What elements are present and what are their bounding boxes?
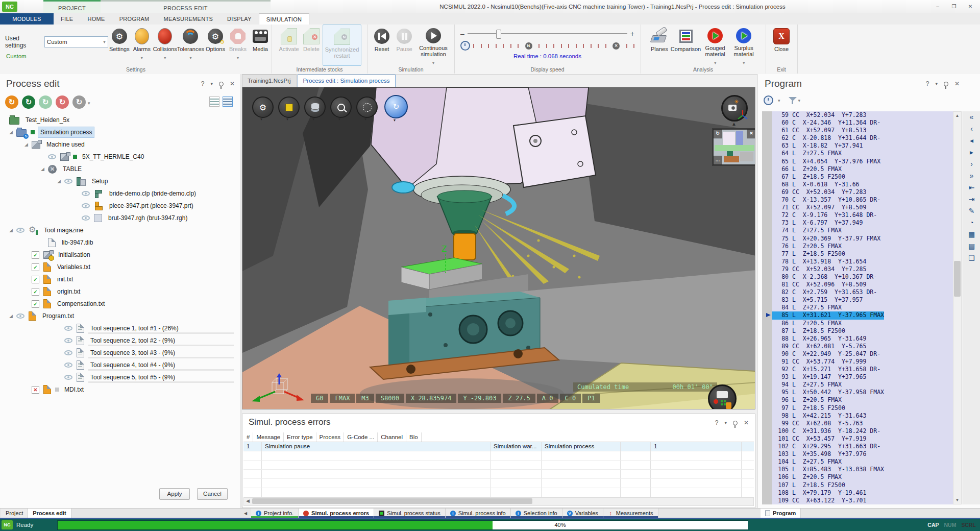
enable-checkbox[interactable] — [32, 263, 39, 271]
gcode-line[interactable]: 94 L Z+27.5 FMAX — [762, 381, 953, 389]
gcode-line[interactable]: 68 L X-0.618 Y-31.66 — [762, 181, 953, 188]
tree-item-label[interactable]: bride-demo.clp (bride-demo.clp) — [107, 187, 198, 200]
document-tab[interactable]: Training1.NcsPrj — [242, 75, 297, 87]
comparison-button[interactable]: Comparison — [671, 25, 701, 65]
tree-item-label[interactable]: 5X_TT_HERMLE_C40 — [80, 151, 146, 163]
gcode-line[interactable]: 70 C X-13.357 Y+10.865 DR- — [762, 196, 953, 204]
horizontal-scrollbar[interactable]: ◀ — [243, 497, 754, 506]
tree-item-label[interactable]: Compensation.txt — [55, 298, 107, 310]
expander-icon[interactable]: ◢ — [9, 130, 16, 135]
tree-item-label[interactable]: brut-3947.rgh (brut-3947.rgh) — [106, 212, 189, 224]
gcode-line[interactable]: 64 L Z+27.5 FMAX — [762, 150, 953, 157]
tree-item-label[interactable]: origin.txt — [55, 285, 82, 298]
rewind-gray-gear[interactable]: ↻ — [72, 95, 86, 109]
gcode-line[interactable]: 61 CC X+52.097 Y+8.513 — [762, 127, 953, 134]
side-tool-icon[interactable]: ‹ — [970, 125, 973, 132]
tree-item[interactable]: ◢ lib-3947.tlib — [0, 236, 239, 249]
gcode-line[interactable]: 73 L X-6.797 Y+37.949 — [762, 219, 953, 227]
continuous-simulation-button[interactable]: Continuous simulation — [415, 25, 451, 65]
time-filter-button[interactable]: ▾ — [764, 95, 780, 105]
gcode-line[interactable]: 84 L Z+27.5 FMAX — [762, 304, 953, 311]
rewind-green[interactable]: ↻ — [22, 95, 35, 109]
tree-item[interactable]: ◢ TABLE — [0, 163, 239, 175]
pin-icon[interactable] — [219, 82, 224, 86]
dropdown-arrow-icon[interactable]: ▾ — [364, 117, 366, 122]
tree-item[interactable]: ◢ Tool sequence 2, tool #2 - (9%) — [0, 334, 239, 347]
side-tool-icon[interactable]: ✎ — [969, 207, 975, 214]
filter-button[interactable]: ▾ — [789, 96, 801, 105]
expander-icon[interactable]: ◢ — [57, 179, 64, 184]
ribbon-tab[interactable]: DISPLAY — [220, 13, 259, 25]
gcode-line[interactable]: 95 L X+50.442 Y-37.958 FMAX — [762, 389, 953, 396]
program-scrollbar[interactable]: ▲ ▼ — [953, 111, 962, 504]
side-tool-icon[interactable]: ▤ — [968, 243, 975, 250]
gcode-line[interactable]: 72 C X-9.176 Y+31.648 DR- — [762, 211, 953, 219]
apply-button[interactable]: Apply — [159, 488, 190, 500]
gcode-line[interactable]: 109 CC X+63.122 Y-3.701 — [762, 497, 953, 504]
gcode-line[interactable]: 97 L Z+18.5 F2500 — [762, 404, 953, 412]
tree-item[interactable]: ◢ Tool sequence 3, tool #3 - (9%) — [0, 347, 239, 359]
speed-slider-thumb[interactable] — [496, 30, 501, 39]
gcode-line[interactable]: 77 L Z+18.5 F2500 — [762, 250, 953, 258]
tree-item[interactable]: ◢ bride-demo.clp (bride-demo.clp) — [0, 187, 239, 200]
zoom-button[interactable] — [330, 96, 352, 118]
expander-icon[interactable]: ◢ — [24, 142, 32, 147]
panel-tab[interactable]: Project info. — [251, 509, 299, 518]
tree-item-label[interactable]: Tool magazine — [42, 224, 85, 236]
scrollbar-thumb[interactable] — [252, 498, 532, 504]
tree-item[interactable]: ◢ brut-3947.rgh (brut-3947.rgh) — [0, 212, 239, 224]
display-mode-button[interactable]: ⚙ — [252, 96, 274, 118]
visibility-eye-icon[interactable] — [82, 191, 90, 196]
rewind-pale-green[interactable]: ↻ — [39, 95, 52, 109]
visibility-eye-icon[interactable] — [64, 179, 72, 184]
gcode-line[interactable]: 85 L X+31.621 Y-37.965 FMAX — [762, 311, 953, 319]
tree-item[interactable]: ◢ Tool sequence 5, tool #5 - (9%) — [0, 371, 239, 383]
maximize[interactable]: ❐ — [947, 2, 961, 11]
tree-item[interactable]: ◢ Test_Heiden_5x — [0, 114, 239, 126]
tree-item-label[interactable]: Initialisation — [56, 249, 92, 261]
planes-button[interactable]: Planes — [648, 25, 671, 65]
rewind-orange[interactable]: ↻ — [5, 95, 18, 109]
tree-item-label[interactable]: Simulation process — [38, 127, 94, 138]
tree-item[interactable]: ◢ MDI.txt — [0, 383, 239, 396]
side-tool-icon[interactable]: ⇤ — [969, 184, 975, 191]
close-icon[interactable]: ✕ — [230, 80, 235, 87]
column-header[interactable]: Channel — [378, 432, 406, 442]
panel-tab[interactable]: Simul. process info — [446, 509, 511, 518]
help-icon[interactable]: ? — [926, 80, 929, 87]
gcode-line[interactable]: 106 L Z+20.5 FMAX — [762, 473, 953, 481]
delete-stock-button[interactable]: ✕ Delete — [300, 25, 323, 65]
gcode-line[interactable]: 67 L Z+18.5 F2500 — [762, 173, 953, 181]
tolerances-button[interactable]: Tolerances — [177, 25, 204, 65]
scroll-up-icon[interactable]: ▲ — [953, 112, 961, 119]
gcode-line[interactable]: 81 CC X+52.096 Y+8.509 — [762, 281, 953, 288]
tab-scroll-left-icon[interactable]: ◀ — [242, 510, 249, 517]
used-settings-select[interactable]: Custom — [44, 36, 108, 47]
column-header[interactable]: Process — [316, 432, 345, 442]
dropdown-arrow-icon[interactable]: ▾ — [394, 118, 396, 123]
table-row[interactable] — [243, 461, 754, 470]
speed-plus-label[interactable]: + — [630, 30, 634, 38]
minimap-close-icon[interactable]: ✕ — [747, 129, 755, 138]
side-tool-icon[interactable]: ◔ — [969, 219, 973, 226]
gcode-line[interactable]: 101 CC X+53.457 Y+7.919 — [762, 435, 953, 443]
gcode-line[interactable]: 69 CC X+52.034 Y+7.283 — [762, 188, 953, 196]
side-tool-icon[interactable]: « — [970, 113, 974, 120]
ribbon-tab[interactable]: MEASUREMENTS — [157, 13, 220, 25]
menu-arrow-icon[interactable]: ▾ — [210, 81, 213, 86]
gcode-line[interactable]: 107 L Z+18.5 F2500 — [762, 481, 953, 489]
surplus-material-button[interactable]: Surplus material — [729, 25, 758, 65]
tool-display-button[interactable] — [304, 96, 326, 118]
tree-item[interactable]: ◢ Variables.txt — [0, 261, 239, 273]
visibility-eye-icon[interactable] — [16, 228, 24, 233]
expander-icon[interactable]: ◢ — [9, 228, 16, 233]
expander-icon[interactable]: ◢ — [41, 166, 48, 172]
ribbon-tab[interactable]: HOME — [80, 13, 112, 25]
help-icon[interactable]: ? — [201, 80, 205, 87]
tree-item[interactable]: ◢ Program.txt — [0, 310, 239, 322]
minimap-refresh-icon[interactable]: ↻ — [713, 129, 722, 138]
minimap-more-icon[interactable]: … — [713, 156, 722, 165]
table-row[interactable] — [243, 470, 754, 479]
ribbon-tab[interactable]: PROGRAM — [112, 13, 157, 25]
gcode-line[interactable]: 90 C X+22.949 Y-25.047 DR- — [762, 350, 953, 358]
